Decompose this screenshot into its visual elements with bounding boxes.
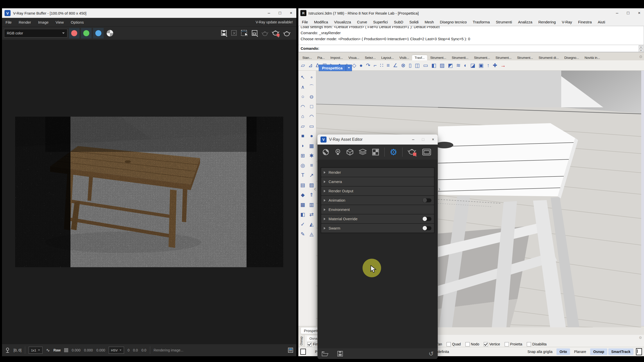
toolbar-tab[interactable]: Visib... [397,55,412,60]
hsv-select[interactable]: HSV [109,347,124,354]
alpha-sphere-icon[interactable] [107,30,113,36]
close-button[interactable]: × [432,137,434,142]
side-toolbar-icon[interactable]: ◠ [307,111,316,121]
rhino-menu-item[interactable]: Strumenti [496,20,512,24]
settings-section-row[interactable]: Camera [321,177,434,186]
checkbox-icon[interactable] [505,342,509,346]
toolbar-icon[interactable]: ● [359,62,363,68]
save-image-icon[interactable] [220,29,228,37]
toolbar-tab[interactable]: Strument... [428,55,449,60]
rhino-menu-item[interactable]: Visualizza [334,20,351,24]
rhino-menu-item[interactable]: Rendering [538,20,556,24]
osnap-checkbox[interactable]: Vertice [484,342,500,346]
toolbar-tab[interactable]: Selez... [362,55,378,60]
side-toolbar-icon[interactable]: ⌂ [298,111,307,121]
vfb-menu-item[interactable]: File [6,20,12,24]
command-prompt-input[interactable]: Comando: ▲▼ [298,45,644,52]
gear-icon[interactable]: ⚙ [639,55,642,59]
minimize-button[interactable]: – [616,11,618,16]
channel-select[interactable]: RGB color [4,29,67,37]
toolbar-tab[interactable]: Layout... [379,55,396,60]
flyout-left-icon[interactable]: ‹ [314,185,316,193]
bitmap-icon[interactable] [372,148,379,156]
rhino-menu-item[interactable]: File [302,20,308,24]
toolbar-icon[interactable]: ∠ [393,62,398,68]
rhino-menu-item[interactable]: Modifica [314,20,328,24]
side-toolbar-icon[interactable]: ↖ [298,72,307,82]
osnap-checkbox[interactable]: Proietta [505,342,522,346]
vfb-menu-item[interactable]: Image [38,20,49,24]
rhino-menu-item[interactable]: Aiuti [598,20,605,24]
rhino-titlebar[interactable]: R Istruzioni.3dm (7 MB) - Rhino 8 Not Fo… [298,8,644,18]
toolbar-icon[interactable]: ⊗ [401,62,406,68]
settings-section-row[interactable]: Material Override [321,214,434,223]
side-toolbar-icon[interactable]: ◗ [298,141,307,151]
close-button[interactable]: × [638,11,640,16]
toolbar-icon[interactable]: ✚ [493,62,497,68]
side-toolbar-icon[interactable]: T [298,170,307,180]
toolbar-icon[interactable]: ≋ [456,62,461,68]
color-correction-icon[interactable]: ∿ [46,347,50,353]
side-toolbar-icon[interactable]: ◆ [298,190,307,200]
mode-toggle[interactable]: Osnap [590,348,607,355]
rhino-menu-item[interactable]: Superfici [373,20,388,24]
side-toolbar-icon[interactable]: ▥ [307,200,316,209]
toolbar-icon[interactable]: ▣ [478,62,484,68]
minimize-button[interactable]: – [412,137,414,142]
expand-arrow-icon[interactable] [324,218,326,220]
rhino-menu-item[interactable]: Disegno tecnico [440,20,467,24]
toolbar-icon[interactable]: ◪ [470,62,475,68]
toolbar-icon[interactable]: ↑ [487,62,490,68]
mode-toggle[interactable]: Orto [556,348,570,355]
section-toggle-switch[interactable] [422,226,431,230]
mode-toggle[interactable]: Planare [571,348,589,355]
toolbar-tab[interactable]: Strument... [493,55,514,60]
toolbar-icon[interactable]: ▨ [440,62,445,68]
render-production-icon[interactable] [272,29,280,37]
green-channel-button[interactable] [81,28,92,38]
side-toolbar-icon[interactable]: ✎ [298,229,307,239]
toolbar-tab[interactable]: Pia... [315,55,328,60]
checkbox-icon[interactable] [447,342,451,346]
maximize-button[interactable]: □ [279,11,281,16]
expand-arrow-icon[interactable] [324,227,326,230]
toolbar-tab[interactable]: Strumenti... [449,55,471,60]
vfb-menu-item[interactable]: View [56,20,64,24]
side-toolbar-icon[interactable]: ∧ [298,82,307,92]
viewport-menu-dropdown[interactable] [346,65,352,71]
side-toolbar-icon[interactable]: ◠ [298,102,307,111]
side-toolbar-icon[interactable]: ✱ [307,151,316,160]
settings-gear-icon[interactable]: ⚙ [390,148,397,156]
osnap-checkbox[interactable]: Disabilita [527,342,547,346]
rhino-menu-item[interactable]: Analizza [518,20,532,24]
flyout-right-icon[interactable]: › [438,185,440,193]
mode-toggle[interactable]: SmartTrack [608,348,633,355]
expand-arrow-icon[interactable] [324,180,326,183]
vfb-menu-item[interactable]: Render [19,20,31,24]
pixel-pin-icon[interactable] [5,347,10,353]
side-toolbar-icon[interactable]: ⊞ [298,151,307,160]
side-toolbar-icon[interactable]: ⌒ [307,82,316,92]
raw-checkbox[interactable] [64,348,68,352]
rhino-menu-item[interactable]: Trasforma [473,20,490,24]
side-toolbar-icon[interactable]: ◎ [298,160,307,170]
command-scrollbar[interactable]: ▲▼ [639,45,643,52]
checkbox-icon[interactable] [527,342,531,346]
expand-arrow-icon[interactable] [324,190,326,192]
side-toolbar-icon[interactable]: ◧ [298,209,307,219]
section-toggle-switch[interactable] [422,217,431,221]
vray-update-notice[interactable]: V-Ray update available! [256,20,293,24]
toolbar-icon[interactable]: ⊿ [308,62,313,68]
viewport-title-tab[interactable]: Prospettica [319,65,352,71]
toolbar-tab[interactable]: Strument... [471,55,493,60]
history-record-icon[interactable] [636,348,642,355]
maximize-button[interactable]: □ [627,11,629,16]
checkbox-icon[interactable] [307,342,312,346]
toolbar-tab[interactable]: Novità in... [582,55,602,60]
toolbar-icon[interactable]: ◩ [448,62,453,68]
save-icon[interactable] [337,351,343,357]
toolbar-icon[interactable]: ∷ [380,62,383,68]
revert-icon[interactable]: ↺ [429,351,434,357]
region-render-icon[interactable] [240,29,249,37]
toolbar-icon[interactable]: ◫ [415,62,420,68]
